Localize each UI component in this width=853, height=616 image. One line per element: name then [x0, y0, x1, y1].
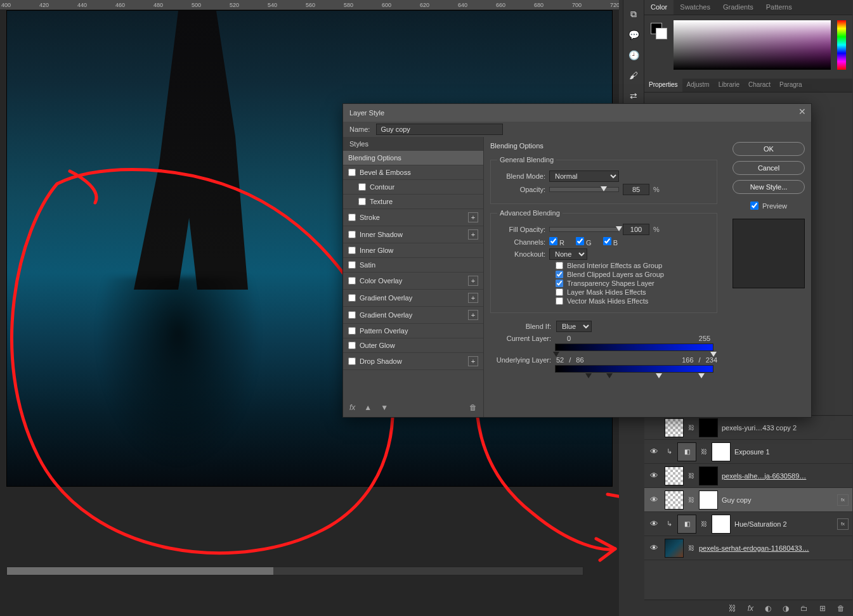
add-effect-icon[interactable]: +: [468, 229, 478, 240]
under-black-slider-b[interactable]: [606, 373, 613, 378]
fill-opacity-input[interactable]: [623, 224, 649, 235]
new-style-button[interactable]: New Style...: [733, 180, 805, 194]
visibility-toggle-icon[interactable]: 👁: [647, 447, 661, 456]
style-checkbox[interactable]: [348, 357, 356, 365]
tab-properties[interactable]: Properties: [644, 79, 682, 92]
style-checkbox[interactable]: [358, 198, 366, 205]
layer-name[interactable]: pexels-serhat-erdogan-11680433…: [699, 544, 849, 552]
style-item[interactable]: Gradient Overlay+: [343, 307, 483, 324]
mask-thumb[interactable]: [699, 466, 718, 485]
layer-row[interactable]: 👁↳◧⛓Exposure 1: [644, 440, 852, 464]
layer-fx-badge[interactable]: fx: [837, 494, 849, 506]
visibility-toggle-icon[interactable]: 👁: [647, 471, 661, 480]
layer-name-input[interactable]: [376, 124, 503, 135]
style-item[interactable]: Color Overlay+: [343, 273, 483, 290]
canvas-scrollbar-horizontal[interactable]: [6, 567, 583, 575]
new-layer-icon[interactable]: ⊞: [819, 604, 826, 613]
layer-row[interactable]: 👁⛓pexels-alhe…ja-6630589…: [644, 464, 852, 488]
style-checkbox[interactable]: [348, 231, 356, 238]
history-icon[interactable]: 🕘: [628, 50, 639, 60]
add-effect-icon[interactable]: +: [468, 276, 478, 286]
style-item[interactable]: Satin: [343, 258, 483, 273]
layer-name[interactable]: Exposure 1: [734, 448, 849, 456]
style-checkbox[interactable]: [348, 247, 356, 254]
scrollbar-thumb[interactable]: [7, 567, 273, 575]
adjustment-thumb[interactable]: ◧: [677, 515, 696, 534]
underlying-layer-gradient[interactable]: [555, 365, 713, 373]
mask-thumb[interactable]: [699, 491, 718, 510]
style-item[interactable]: Texture: [343, 195, 483, 209]
under-white-slider-a[interactable]: [656, 373, 662, 378]
channel-b-check[interactable]: B: [603, 237, 618, 247]
under-white-slider-b[interactable]: [698, 373, 705, 378]
tab-librarie[interactable]: Librarie: [714, 79, 744, 92]
style-item[interactable]: Inner Glow: [343, 243, 483, 258]
style-checkbox[interactable]: [348, 169, 356, 176]
layer-mask-hides-check[interactable]: [556, 288, 563, 296]
opacity-input[interactable]: [623, 184, 649, 195]
style-item[interactable]: Bevel & Emboss: [343, 165, 483, 180]
opacity-slider[interactable]: [549, 187, 619, 192]
layer-name[interactable]: pexels-yuri…433 copy 2: [722, 424, 849, 432]
fx-label[interactable]: fx: [349, 403, 355, 412]
hue-strip[interactable]: [837, 20, 846, 70]
brush-icon[interactable]: 🖌: [629, 70, 638, 80]
blend-clipped-check[interactable]: [556, 271, 563, 278]
layer-row[interactable]: 👁↳◧⛓Hue/Saturation 2fx: [644, 512, 852, 536]
style-item[interactable]: Gradient Overlay+: [343, 290, 483, 307]
transparency-shapes-check[interactable]: [556, 279, 563, 287]
tab-charact[interactable]: Charact: [744, 79, 775, 92]
layer-row[interactable]: ⛓pexels-yuri…433 copy 2: [644, 416, 852, 440]
tab-paragra[interactable]: Paragra: [775, 79, 807, 92]
cancel-button[interactable]: Cancel: [733, 161, 805, 175]
layer-mask-icon[interactable]: ◐: [765, 604, 771, 613]
add-effect-icon[interactable]: +: [468, 212, 478, 222]
layer-thumb[interactable]: [665, 418, 684, 437]
add-effect-icon[interactable]: +: [468, 356, 478, 366]
style-item[interactable]: Contour: [343, 180, 483, 195]
style-checkbox[interactable]: [358, 183, 366, 191]
comment-icon[interactable]: 💬: [628, 30, 639, 40]
current-layer-gradient[interactable]: [555, 343, 713, 351]
link-layers-icon[interactable]: ⛓: [729, 604, 736, 613]
mask-thumb[interactable]: [712, 515, 731, 534]
style-item[interactable]: Drop Shadow+: [343, 353, 483, 370]
layer-fx-badge[interactable]: fx: [837, 518, 849, 530]
visibility-toggle-icon[interactable]: 👁: [647, 519, 661, 529]
current-white-slider[interactable]: [710, 352, 717, 357]
panel-icon-1[interactable]: ⧉: [630, 9, 637, 20]
layer-row[interactable]: 👁⛓Guy copyfx: [644, 488, 852, 512]
layer-thumb[interactable]: [665, 491, 684, 510]
layer-thumb[interactable]: [665, 466, 684, 485]
style-item[interactable]: Outer Glow: [343, 338, 483, 353]
tab-patterns[interactable]: Patterns: [760, 0, 798, 15]
layer-name[interactable]: pexels-alhe…ja-6630589…: [722, 472, 849, 480]
style-item[interactable]: Inner Shadow+: [343, 226, 483, 243]
vector-mask-hides-check[interactable]: [556, 297, 563, 305]
tab-color[interactable]: Color: [644, 0, 674, 15]
style-item[interactable]: Stroke+: [343, 209, 483, 226]
style-item[interactable]: Pattern Overlay: [343, 324, 483, 338]
channel-g-check[interactable]: G: [576, 237, 592, 247]
styles-up-icon[interactable]: ▲: [364, 403, 372, 412]
style-checkbox[interactable]: [348, 342, 356, 349]
style-item[interactable]: Blending Options: [343, 151, 483, 165]
new-group-icon[interactable]: 🗀: [800, 604, 808, 613]
layer-fx-icon[interactable]: fx: [748, 604, 753, 613]
add-effect-icon[interactable]: +: [468, 310, 478, 320]
layer-name[interactable]: Guy copy: [722, 496, 833, 504]
style-checkbox[interactable]: [348, 327, 356, 335]
fill-opacity-slider[interactable]: [549, 227, 619, 232]
visibility-toggle-icon[interactable]: 👁: [647, 495, 661, 504]
mask-thumb[interactable]: [712, 442, 731, 461]
mask-thumb[interactable]: [699, 418, 718, 437]
style-checkbox[interactable]: [348, 277, 356, 285]
tab-adjustm[interactable]: Adjustm: [682, 79, 714, 92]
blend-if-channel-select[interactable]: Blue: [556, 321, 592, 332]
adjustment-thumb[interactable]: ◧: [677, 442, 696, 461]
preview-checkbox[interactable]: Preview: [733, 202, 805, 210]
under-black-slider-a[interactable]: [585, 373, 592, 378]
blend-interior-check[interactable]: [556, 262, 563, 269]
visibility-toggle-icon[interactable]: 👁: [647, 543, 661, 553]
ok-button[interactable]: OK: [733, 142, 805, 156]
